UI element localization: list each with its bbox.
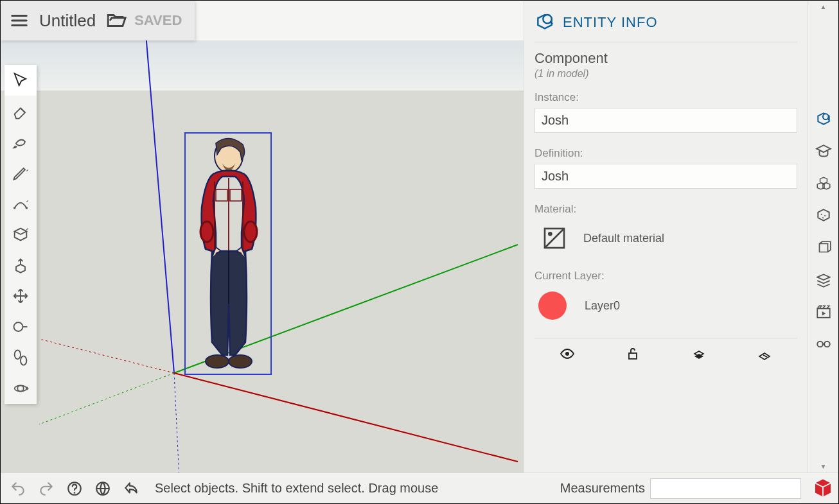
- shadows-toggle[interactable]: [689, 346, 709, 361]
- svg-rect-24: [629, 353, 637, 359]
- material-name: Default material: [583, 232, 664, 245]
- instance-name-input[interactable]: [534, 108, 797, 133]
- svg-line-0: [145, 26, 174, 373]
- layer-name: Layer0: [585, 299, 620, 313]
- feedback-button[interactable]: [120, 478, 142, 500]
- measurements-group: Measurements: [560, 478, 801, 499]
- material-row[interactable]: Default material: [534, 220, 797, 257]
- svg-line-2: [174, 245, 518, 373]
- right-dock: ▲ ▼: [808, 1, 838, 503]
- svg-rect-8: [230, 189, 242, 201]
- svg-line-5: [39, 339, 174, 373]
- svg-point-12: [206, 355, 229, 368]
- svg-point-10: [244, 222, 257, 242]
- rectangle-tool[interactable]: [4, 219, 37, 250]
- scenes-tab[interactable]: [814, 302, 833, 322]
- eraser-tool[interactable]: [4, 96, 37, 126]
- materials-tab[interactable]: [814, 206, 833, 225]
- left-toolbar: [4, 65, 37, 404]
- svg-point-16: [14, 322, 23, 331]
- svg-point-30: [817, 342, 823, 347]
- svg-point-14: [13, 207, 16, 209]
- svg-point-23: [565, 352, 569, 356]
- svg-point-27: [824, 215, 826, 216]
- display-tab[interactable]: [814, 335, 833, 354]
- entity-info-panel: ENTITY INFO Component (1 in model) Insta…: [524, 1, 808, 473]
- svg-point-9: [200, 222, 213, 242]
- measurements-input[interactable]: [650, 478, 801, 499]
- selection-bounding-box: [184, 132, 272, 375]
- svg-point-26: [820, 214, 822, 215]
- svg-point-25: [822, 114, 828, 119]
- visibility-toggle[interactable]: [558, 346, 577, 361]
- layer-row[interactable]: Layer0: [534, 286, 797, 325]
- document-title[interactable]: Untitled: [39, 11, 96, 31]
- svg-line-4: [174, 373, 518, 462]
- sketchup-logo-icon: [811, 476, 835, 500]
- undo-button[interactable]: [7, 478, 29, 500]
- material-field-label: Material:: [534, 203, 797, 216]
- component-count-subheading: (1 in model): [534, 68, 797, 80]
- svg-point-31: [824, 342, 830, 347]
- orbit-tool[interactable]: [4, 373, 37, 404]
- svg-point-18: [21, 356, 26, 365]
- menu-button[interactable]: [7, 8, 31, 33]
- styles-tab[interactable]: [814, 238, 833, 257]
- cast-shadows-toggle[interactable]: [755, 346, 774, 361]
- instance-field-label: Instance:: [534, 91, 797, 104]
- move-tool[interactable]: [4, 281, 37, 311]
- svg-point-19: [17, 385, 23, 391]
- person-figure[interactable]: [190, 137, 267, 374]
- header-left: Untitled SAVED: [1, 1, 195, 40]
- svg-rect-7: [216, 189, 227, 201]
- pencil-tool[interactable]: [4, 157, 37, 188]
- definition-name-input[interactable]: [534, 164, 797, 189]
- svg-point-13: [229, 355, 252, 368]
- definition-field-label: Definition:: [534, 147, 797, 160]
- status-bar: Select objects. Shift to extend select. …: [1, 473, 838, 503]
- components-tab[interactable]: [814, 174, 833, 193]
- layer-color-swatch: [538, 291, 567, 320]
- svg-point-17: [15, 350, 21, 359]
- svg-line-3: [39, 373, 174, 424]
- language-button[interactable]: [92, 478, 114, 500]
- svg-point-33: [74, 492, 76, 494]
- tape-measure-tool[interactable]: [4, 311, 37, 342]
- entity-info-icon: [534, 12, 555, 33]
- scroll-up-icon[interactable]: ▲: [820, 3, 827, 10]
- svg-point-15: [26, 207, 28, 209]
- save-status-label: SAVED: [134, 12, 182, 29]
- layers-tab[interactable]: [814, 270, 833, 290]
- select-tool[interactable]: [4, 65, 37, 96]
- layer-field-label: Current Layer:: [534, 270, 797, 282]
- help-button[interactable]: [64, 478, 85, 500]
- walk-tool[interactable]: [4, 342, 37, 373]
- instructor-tab[interactable]: [814, 142, 833, 161]
- measurements-label: Measurements: [560, 481, 645, 496]
- paint-tool[interactable]: [4, 126, 37, 157]
- panel-header: ENTITY INFO: [524, 1, 808, 42]
- pushpull-tool[interactable]: [4, 250, 37, 281]
- arc-tool[interactable]: [4, 188, 37, 219]
- component-type-heading: Component: [534, 50, 797, 67]
- entity-info-tab[interactable]: [814, 110, 833, 129]
- svg-line-1: [174, 373, 181, 473]
- toggles-bar: [534, 338, 797, 369]
- svg-point-28: [822, 217, 823, 218]
- panel-title: ENTITY INFO: [563, 14, 658, 31]
- svg-point-22: [548, 232, 552, 236]
- material-swatch-icon: [541, 225, 568, 252]
- lock-toggle[interactable]: [623, 346, 642, 361]
- svg-point-6: [215, 139, 243, 173]
- redo-button[interactable]: [35, 478, 57, 500]
- open-file-icon[interactable]: [103, 8, 129, 33]
- panel-body: Component (1 in model) Instance: Definit…: [524, 42, 808, 377]
- status-hint-text: Select objects. Shift to extend select. …: [155, 481, 554, 496]
- scroll-down-icon[interactable]: ▼: [820, 463, 827, 470]
